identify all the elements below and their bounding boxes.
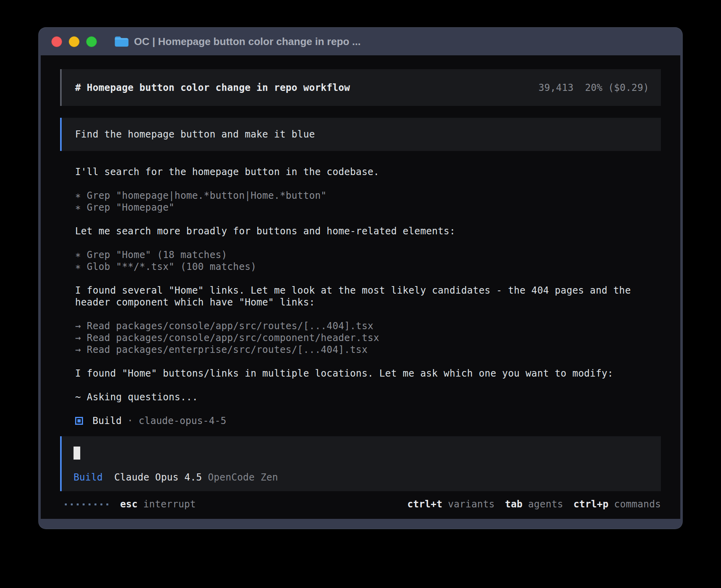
tool-call-group: → Read packages/console/app/src/routes/[… (75, 320, 661, 356)
spinner-dots (65, 503, 108, 505)
agents-label: agents (528, 498, 563, 510)
agent-name: Build (92, 415, 122, 427)
session-cost: ($0.29) (608, 82, 649, 94)
assistant-paragraph: Let me search more broadly for buttons a… (75, 225, 661, 237)
assistant-paragraph: I'll search for the homepage button in t… (75, 166, 661, 178)
variants-hint: ctrl+t variants (407, 498, 495, 510)
glob-tool-call: ∗ Glob "**/*.tsx" (100 matches) (75, 261, 661, 273)
zoom-button[interactable] (86, 36, 97, 47)
tool-call-group: ∗ Grep "Home" (18 matches) ∗ Glob "**/*.… (75, 249, 661, 273)
assistant-paragraph: I found "Home" buttons/links in multiple… (75, 368, 661, 379)
read-tool-call: → Read packages/enterprise/src/routes/[.… (75, 344, 661, 356)
terminal-content: # Homepage button color change in repo w… (41, 55, 680, 519)
context-percent: 20% (585, 82, 602, 94)
tab-key: tab (505, 498, 523, 510)
agents-hint: tab agents (505, 498, 563, 510)
grep-tool-call: ∗ Grep "Home" (18 matches) (75, 249, 661, 261)
user-message-text: Find the homepage button and make it blu… (75, 128, 315, 140)
esc-key: esc (120, 498, 138, 510)
folder-icon (114, 36, 128, 47)
commands-label: commands (614, 498, 661, 510)
session-stats: 39,413 20% ($0.29) (538, 82, 649, 94)
status-bar: esc interrupt ctrl+t variants tab agents… (60, 498, 661, 510)
close-button[interactable] (51, 36, 62, 47)
grep-tool-call: ∗ Grep "Homepage" (75, 202, 661, 213)
terminal-window: OC | Homepage button color change in rep… (39, 28, 682, 529)
assistant-response: I'll search for the homepage button in t… (60, 166, 661, 427)
esc-hint: esc interrupt (120, 498, 196, 510)
model-status-line: Build Claude Opus 4.5 OpenCode Zen (74, 471, 661, 483)
build-agent-icon (75, 417, 83, 425)
ctrl-t-key: ctrl+t (407, 498, 442, 510)
session-header: # Homepage button color change in repo w… (60, 69, 661, 106)
agent-separator: · (127, 415, 133, 427)
traffic-lights (51, 36, 97, 47)
model-name[interactable]: Claude Opus 4.5 (114, 471, 202, 483)
user-message: Find the homepage button and make it blu… (60, 118, 661, 151)
text-cursor (74, 447, 80, 460)
agent-badge: Build · claude-opus-4-5 (75, 415, 661, 427)
token-count: 39,413 (538, 82, 574, 94)
esc-label: interrupt (143, 498, 196, 510)
provider-name: OpenCode Zen (208, 471, 278, 483)
tool-call-group: ∗ Grep "homepage|home.*button|Home.*butt… (75, 190, 661, 213)
ctrl-p-key: ctrl+p (574, 498, 609, 510)
grep-tool-call: ∗ Grep "homepage|home.*button|Home.*butt… (75, 190, 661, 202)
variants-label: variants (448, 498, 495, 510)
read-tool-call: → Read packages/console/app/src/componen… (75, 332, 661, 344)
session-title: # Homepage button color change in repo w… (75, 82, 350, 94)
mode-indicator[interactable]: Build (74, 471, 103, 483)
commands-hint: ctrl+p commands (574, 498, 661, 510)
agent-model: claude-opus-4-5 (139, 415, 226, 427)
titlebar[interactable]: OC | Homepage button color change in rep… (41, 28, 680, 55)
minimize-button[interactable] (69, 36, 79, 47)
window-title: OC | Homepage button color change in rep… (134, 36, 361, 48)
prompt-input[interactable]: Build Claude Opus 4.5 OpenCode Zen (60, 436, 661, 491)
assistant-paragraph: I found several "Home" links. Let me loo… (75, 285, 661, 308)
read-tool-call: → Read packages/console/app/src/routes/[… (75, 320, 661, 332)
working-status: ~ Asking questions... (75, 391, 661, 403)
